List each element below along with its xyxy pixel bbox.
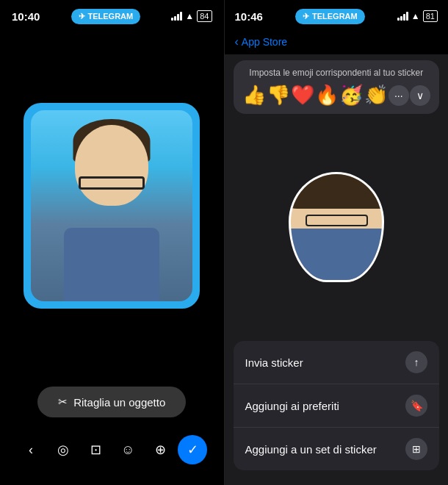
emoji-thumbsup[interactable]: 👍 — [242, 84, 266, 107]
emoji-heart[interactable]: ❤️ — [291, 84, 314, 107]
sliders-icon: ⊕ — [155, 442, 166, 458]
upload-icon: ↑ — [414, 356, 419, 368]
crop-tool-button[interactable]: ⊡ — [81, 435, 110, 464]
add-to-set-label: Aggiungi a un set di sticker — [245, 443, 377, 456]
back-arrow-icon: ‹ — [235, 35, 239, 48]
emoji-hint: Imposta le emoji corrispondenti al tuo s… — [242, 68, 431, 78]
battery-right: 81 — [423, 10, 438, 22]
bookmark-icon: 🔖 — [405, 395, 427, 417]
battery-left: 84 — [197, 10, 212, 22]
target-icon: ◎ — [57, 442, 69, 458]
sticker-preview-area — [225, 120, 449, 341]
photo-frame — [24, 103, 200, 309]
emoji-fire[interactable]: 🔥 — [315, 84, 339, 107]
left-panel: 10:40 ✈ TELEGRAM ▲ 84 ✂ R — [0, 0, 224, 485]
add-set-icon: ⊞ — [405, 438, 427, 460]
status-icons-left: ▲ 84 — [171, 10, 212, 22]
emoji-thumbsdown[interactable]: 👎 — [267, 84, 290, 107]
scissors-icon: ✂ — [58, 395, 68, 409]
toolbar-left: ‹ ◎ ⊡ ☺ ⊕ ✓ — [15, 429, 209, 470]
crop-icon: ⊡ — [90, 442, 101, 458]
send-sticker-item[interactable]: Invia sticker ↑ — [234, 341, 440, 384]
emoji-more-button[interactable]: ··· — [389, 85, 409, 106]
status-bar-left: 10:40 ✈ TELEGRAM ▲ 84 — [0, 0, 224, 32]
photo-area-left — [0, 32, 224, 379]
bottom-bar-left: ✂ Ritaglia un oggetto ‹ ◎ ⊡ ☺ ⊕ ✓ — [0, 379, 224, 485]
wifi-icon-left: ▲ — [185, 11, 194, 21]
chevron-down-icon: ∨ — [416, 90, 424, 101]
glasses — [79, 176, 145, 190]
sticker-cutout — [289, 172, 384, 282]
back-tool-button[interactable]: ‹ — [16, 435, 46, 464]
time-left: 10:40 — [12, 10, 40, 23]
telegram-badge-right: ✈ TELEGRAM — [295, 9, 365, 24]
dots-icon: ··· — [394, 90, 403, 101]
body — [64, 228, 159, 301]
back-nav-label: App Store — [242, 36, 287, 48]
telegram-badge-left: ✈ TELEGRAM — [71, 9, 141, 24]
send-sticker-icon: ↑ — [405, 351, 427, 373]
add-favorites-label: Aggiungi ai preferiti — [245, 400, 339, 412]
head — [75, 125, 148, 206]
checkmark-icon: ✓ — [187, 442, 198, 458]
adjust-tool-button[interactable]: ◎ — [48, 435, 78, 464]
bookmark-shape-icon: 🔖 — [411, 400, 423, 412]
emoji-bar: Imposta le emoji corrispondenti al tuo s… — [234, 60, 440, 114]
emoji-party[interactable]: 🥳 — [339, 84, 363, 107]
emoji-expand-button[interactable]: ∨ — [410, 85, 430, 106]
add-to-set-item[interactable]: Aggiungi a un set di sticker ⊞ — [234, 428, 440, 470]
sticker-preview — [285, 172, 388, 290]
wifi-icon-right: ▲ — [411, 11, 420, 21]
crop-object-button[interactable]: ✂ Ritaglia un oggetto — [37, 387, 186, 417]
signal-icon-right — [397, 12, 408, 21]
time-right: 10:46 — [235, 10, 263, 23]
emoji-clap[interactable]: 👏 — [364, 84, 388, 107]
signal-icon-left — [171, 12, 182, 21]
right-panel: 10:46 ✈ TELEGRAM ▲ 81 ‹ App Store Impost… — [225, 0, 449, 485]
telegram-plane-icon-right: ✈ — [303, 12, 309, 21]
sticker-hair — [289, 172, 384, 209]
status-bar-right: 10:46 ✈ TELEGRAM ▲ 81 — [225, 0, 449, 32]
status-icons-right: ▲ 81 — [397, 10, 438, 22]
face-icon: ☺ — [121, 442, 134, 458]
sticker-glasses — [306, 215, 368, 226]
action-menu: Invia sticker ↑ Aggiungi ai preferiti 🔖 … — [234, 341, 440, 470]
confirm-tool-button[interactable]: ✓ — [178, 435, 207, 464]
grid-plus-icon: ⊞ — [412, 443, 421, 455]
send-sticker-label: Invia sticker — [245, 356, 303, 369]
telegram-plane-icon: ✈ — [79, 12, 85, 21]
sticker-tool-button[interactable]: ☺ — [113, 435, 142, 464]
tune-tool-button[interactable]: ⊕ — [145, 435, 175, 464]
chevron-left-icon: ‹ — [29, 442, 33, 458]
sticker-body — [289, 229, 384, 282]
back-nav[interactable]: ‹ App Store — [225, 32, 449, 54]
add-favorites-item[interactable]: Aggiungi ai preferiti 🔖 — [234, 384, 440, 428]
person-image — [31, 110, 192, 301]
emoji-row: 👍 👎 ❤️ 🔥 🥳 👏 ··· ∨ — [242, 84, 431, 107]
